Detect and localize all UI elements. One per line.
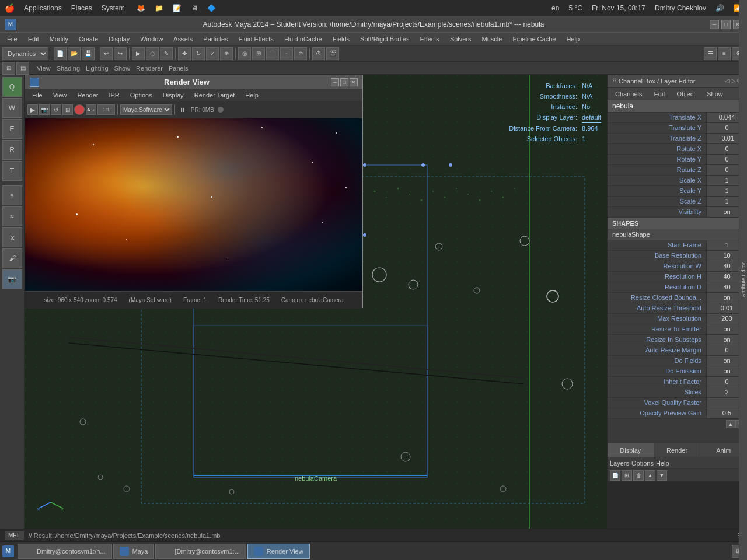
scale-btn[interactable]: ⤢ — [206, 47, 219, 60]
shape-channel-row[interactable]: Resolution W40 — [608, 261, 747, 272]
rv-pause-btn[interactable]: ⏸ — [177, 107, 188, 113]
rv-lut-btn[interactable]: A→ — [86, 104, 96, 115]
render-btn[interactable]: 🎬 — [326, 47, 339, 60]
tab-edit[interactable]: Edit — [648, 89, 670, 99]
attribute-editor-tab[interactable]: Attribute Editor — [739, 0, 747, 560]
rv-refresh-btn[interactable]: ↺ — [51, 104, 61, 115]
tab-render[interactable]: Render — [654, 443, 701, 457]
render-view-titlebar[interactable]: Render View ─ □ ✕ — [25, 75, 362, 89]
ch-icon2[interactable]: ▷ — [731, 77, 735, 85]
shape-channel-row[interactable]: Opacity Preview Gain0.5 — [608, 408, 747, 419]
channel-row[interactable]: Rotate Y0 — [608, 155, 747, 165]
delete-layer-btn[interactable]: 🗑 — [633, 470, 644, 481]
menu-fluid-ncache[interactable]: Fluid nCache — [280, 34, 327, 44]
panel-layout-btn[interactable]: ▤ — [16, 62, 29, 75]
rv-options-menu[interactable]: Options — [125, 90, 157, 100]
rv-minimize-btn[interactable]: ─ — [331, 78, 339, 86]
viewport-area[interactable]: Backfaces: N/A Smoothness: N/A Instance:… — [25, 75, 607, 528]
tab-object[interactable]: Object — [671, 89, 700, 99]
channel-row[interactable]: Visibilityon — [608, 207, 747, 218]
snap-point-btn[interactable]: · — [280, 47, 293, 60]
menu-help[interactable]: Help — [561, 34, 584, 44]
rv-help-menu[interactable]: Help — [240, 90, 263, 100]
rv-color-btn[interactable] — [74, 104, 85, 115]
new-layer-from-sel-btn[interactable]: ⊞ — [622, 470, 632, 481]
menu-display[interactable]: Display — [104, 34, 134, 44]
rv-file-menu[interactable]: File — [27, 90, 47, 100]
scale-tool-btn[interactable]: R — [2, 140, 22, 160]
shape-channel-row[interactable]: Do Fieldson — [608, 356, 747, 366]
shape-channel-row[interactable]: Resize To Emitteron — [608, 324, 747, 335]
menu-edit[interactable]: Edit — [23, 34, 44, 44]
ch-icon1[interactable]: ◁ — [725, 77, 729, 85]
menu-pipeline[interactable]: Pipeline Cache — [508, 34, 560, 44]
tab-show[interactable]: Show — [701, 89, 728, 99]
save-file-btn[interactable]: 💾 — [82, 47, 95, 60]
rotate-btn[interactable]: ↻ — [192, 47, 205, 60]
snap-curve-btn[interactable]: ⌒ — [266, 47, 279, 60]
rv-ratio-btn[interactable]: 1:1 — [97, 104, 115, 115]
rotate-tool-btn[interactable]: E — [2, 119, 22, 139]
history-btn[interactable]: ⏱ — [312, 47, 325, 60]
channel-row[interactable]: Rotate X0 — [608, 144, 747, 155]
rv-render-menu[interactable]: Render — [72, 90, 103, 100]
layer-up-btn[interactable]: ▲ — [645, 470, 655, 481]
app-menu[interactable]: Applications — [24, 4, 62, 12]
channel-row[interactable]: Rotate Z0 — [608, 165, 747, 176]
shape-channel-row[interactable]: Resize In Substepson — [608, 335, 747, 345]
channel-row[interactable]: Scale Z1 — [608, 197, 747, 207]
channel-row[interactable]: Translate X0.044 — [608, 113, 747, 123]
shape-channel-row[interactable]: Auto Resize Margin0 — [608, 345, 747, 356]
rv-renderer-dropdown[interactable]: Maya Software — [120, 104, 172, 115]
channel-row[interactable]: Translate Z-0.01 — [608, 134, 747, 144]
channel-row[interactable]: Scale Y1 — [608, 186, 747, 197]
layers-options-item[interactable]: Options — [631, 460, 654, 467]
shape-channel-row[interactable]: Resolution H40 — [608, 272, 747, 282]
menu-muscle[interactable]: Muscle — [477, 34, 507, 44]
last-tool-btn[interactable]: T — [2, 161, 22, 181]
shape-channel-row[interactable]: Slices2 — [608, 387, 747, 398]
lasso-btn[interactable]: ◌ — [146, 47, 159, 60]
channel-row[interactable]: Scale X1 — [608, 176, 747, 186]
snap-grid-btn[interactable]: ⊞ — [252, 47, 265, 60]
soft-select-btn[interactable]: ◎ — [238, 47, 251, 60]
menu-create[interactable]: Create — [74, 34, 103, 44]
snap-view-btn[interactable]: ⊙ — [294, 47, 307, 60]
tab-channels[interactable]: Channels — [610, 89, 647, 99]
view-panels-btn[interactable]: ⊞ — [2, 62, 15, 75]
tab-display[interactable]: Display — [608, 443, 654, 457]
paint-btn[interactable]: ✎ — [160, 47, 173, 60]
shape-channel-row[interactable]: Start Frame1 — [608, 240, 747, 251]
taskbar-item-render-view[interactable]: Render View — [247, 544, 310, 559]
taskbar-item-maya[interactable]: Maya — [113, 544, 155, 559]
menu-window[interactable]: Window — [135, 34, 167, 44]
open-file-btn[interactable]: 📂 — [68, 47, 81, 60]
new-file-btn[interactable]: 📄 — [54, 47, 67, 60]
menu-soft-rigid[interactable]: Soft/Rigid Bodies — [355, 34, 414, 44]
rv-render-target-menu[interactable]: Render Target — [190, 90, 240, 100]
new-layer-btn[interactable]: 📄 — [610, 470, 620, 481]
channel-box-btn[interactable]: ☰ — [704, 47, 717, 60]
menu-fields[interactable]: Fields — [328, 34, 354, 44]
rv-snapshot-btn[interactable]: 📷 — [39, 104, 50, 115]
menu-particles[interactable]: Particles — [198, 34, 232, 44]
rv-close-btn[interactable]: ✕ — [350, 78, 358, 86]
rv-display-menu[interactable]: Display — [158, 90, 189, 100]
scroll-up-btn[interactable]: ▲ — [726, 420, 735, 428]
shape-channel-row[interactable]: Base Resolution10 — [608, 251, 747, 261]
paint-effects-btn[interactable]: 🖌 — [2, 249, 22, 268]
redo-btn[interactable]: ↪ — [114, 47, 127, 60]
maximize-button[interactable]: □ — [721, 20, 731, 29]
taskbar-item-terminal1[interactable]: Dmitry@contosvm1:/h... — [18, 544, 112, 559]
layers-help-item[interactable]: Help — [656, 460, 669, 467]
mode-dropdown[interactable]: Dynamics — [2, 47, 48, 60]
shape-channel-row[interactable]: Resolution D40 — [608, 282, 747, 293]
places-menu[interactable]: Places — [71, 4, 92, 12]
menu-modify[interactable]: Modify — [45, 34, 73, 44]
menu-solvers[interactable]: Solvers — [445, 34, 476, 44]
rv-maximize-btn[interactable]: □ — [340, 78, 348, 86]
show-manipulator-btn[interactable]: ⊕ — [2, 186, 22, 205]
channel-row[interactable]: Translate Y0 — [608, 123, 747, 134]
select-mode-btn[interactable]: Q — [2, 77, 22, 97]
snap-together-btn[interactable]: ⧖ — [2, 228, 22, 247]
